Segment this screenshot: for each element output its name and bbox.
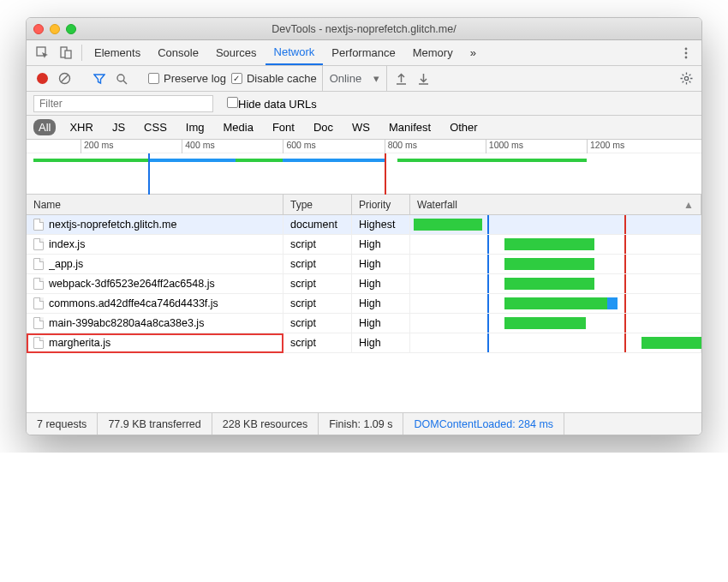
file-icon <box>33 297 44 309</box>
tab-memory[interactable]: Memory <box>404 40 462 65</box>
download-icon[interactable] <box>415 70 432 87</box>
svg-line-20 <box>682 81 683 83</box>
grid-header: Name Type Priority Waterfall▲ <box>27 195 701 215</box>
waterfall-cell <box>410 294 701 313</box>
status-transferred: 77.9 KB transferred <box>98 413 212 435</box>
preserve-log-checkbox[interactable]: Preserve log <box>148 72 226 85</box>
inspect-icon[interactable] <box>30 40 54 65</box>
chip-doc[interactable]: Doc <box>308 119 338 135</box>
request-type: document <box>283 215 352 234</box>
request-name: commons.ad42dffe4ca746d4433f.js <box>49 297 218 309</box>
search-icon[interactable] <box>113 70 130 87</box>
request-priority: High <box>352 294 410 313</box>
tab-sources[interactable]: Sources <box>207 40 266 65</box>
waterfall-cell <box>410 215 701 234</box>
zoom-icon[interactable] <box>66 24 76 34</box>
filter-input[interactable] <box>33 95 213 112</box>
chip-css[interactable]: CSS <box>139 119 172 135</box>
col-waterfall[interactable]: Waterfall▲ <box>410 195 701 214</box>
table-row[interactable]: webpack-3df6523e264ff2ac6548.jsscriptHig… <box>27 274 701 294</box>
request-priority: Highest <box>352 215 410 234</box>
tab-network[interactable]: Network <box>266 40 324 65</box>
hide-data-urls-checkbox[interactable]: Hide data URLs <box>227 97 317 111</box>
minimize-icon[interactable] <box>50 24 60 34</box>
request-type: script <box>283 274 352 293</box>
file-icon <box>33 258 44 270</box>
tick: 1200 ms <box>587 140 624 153</box>
request-type: script <box>283 314 352 333</box>
chip-xhr[interactable]: XHR <box>64 119 98 135</box>
chip-font[interactable]: Font <box>267 119 300 135</box>
table-row[interactable]: nextjs-noprefetch.glitch.medocumentHighe… <box>27 215 701 235</box>
svg-point-3 <box>685 47 688 50</box>
window-controls <box>33 24 76 34</box>
table-row[interactable]: _app.jsscriptHigh <box>27 255 701 274</box>
device-icon[interactable] <box>54 40 78 65</box>
chip-all[interactable]: All <box>33 119 56 135</box>
svg-point-4 <box>685 51 688 54</box>
record-button[interactable] <box>33 70 51 87</box>
network-toolbar: Preserve log ✓Disable cache Online ▾ <box>27 66 701 92</box>
file-icon <box>33 317 44 329</box>
request-type: script <box>283 255 352 273</box>
tab-overflow[interactable]: » <box>462 40 485 65</box>
kebab-icon[interactable] <box>674 40 698 65</box>
svg-point-5 <box>685 56 688 58</box>
status-finish: Finish: 1.09 s <box>319 413 403 435</box>
tick: 200 ms <box>81 140 113 153</box>
request-rows: nextjs-noprefetch.glitch.medocumentHighe… <box>27 215 701 412</box>
request-type: script <box>283 235 352 254</box>
table-row[interactable]: margherita.jsscriptHigh <box>27 333 701 353</box>
request-priority: High <box>352 235 410 254</box>
waterfall-cell <box>410 274 701 293</box>
chip-ws[interactable]: WS <box>347 119 375 135</box>
upload-icon[interactable] <box>392 70 409 87</box>
request-name: webpack-3df6523e264ff2ac6548.js <box>49 278 215 290</box>
tab-performance[interactable]: Performance <box>323 40 403 65</box>
throttling-value: Online <box>330 72 362 85</box>
timeline-overview[interactable]: 200 ms 400 ms 600 ms 800 ms 1000 ms 1200… <box>27 140 701 195</box>
request-name: nextjs-noprefetch.glitch.me <box>49 219 176 231</box>
svg-line-18 <box>689 81 690 83</box>
table-row[interactable]: main-399abc8280a4a8ca38e3.jsscriptHigh <box>27 314 701 333</box>
panel-tabs: Elements Console Sources Network Perform… <box>27 40 701 66</box>
col-name[interactable]: Name <box>27 195 283 214</box>
file-icon <box>33 238 44 250</box>
waterfall-cell <box>410 255 701 273</box>
status-requests: 7 requests <box>27 413 98 435</box>
gear-icon[interactable] <box>677 70 695 87</box>
chip-manifest[interactable]: Manifest <box>384 119 436 135</box>
preserve-log-label: Preserve log <box>164 72 226 85</box>
table-row[interactable]: index.jsscriptHigh <box>27 235 701 255</box>
hide-data-urls-label: Hide data URLs <box>238 98 317 111</box>
svg-point-8 <box>117 75 124 81</box>
status-dcl: DOMContentLoaded: 284 ms <box>403 413 564 435</box>
col-priority[interactable]: Priority <box>352 195 410 214</box>
clear-icon[interactable] <box>56 70 73 87</box>
window-title: DevTools - nextjs-noprefetch.glitch.me/ <box>27 23 701 35</box>
tab-console[interactable]: Console <box>149 40 207 65</box>
chip-media[interactable]: Media <box>218 119 258 135</box>
chip-other[interactable]: Other <box>445 119 483 135</box>
file-icon <box>33 219 44 231</box>
table-row[interactable]: commons.ad42dffe4ca746d4433f.jsscriptHig… <box>27 294 701 314</box>
disable-cache-label: Disable cache <box>247 72 317 85</box>
status-bar: 7 requests 77.9 KB transferred 228 KB re… <box>27 412 701 435</box>
request-priority: High <box>352 255 410 273</box>
chip-js[interactable]: JS <box>107 119 130 135</box>
chip-img[interactable]: Img <box>181 119 210 135</box>
tick: 800 ms <box>385 140 417 153</box>
disable-cache-checkbox[interactable]: ✓Disable cache <box>231 72 317 85</box>
col-type[interactable]: Type <box>283 195 352 214</box>
svg-line-17 <box>682 75 683 76</box>
close-icon[interactable] <box>33 24 44 34</box>
tab-elements[interactable]: Elements <box>86 40 149 65</box>
filter-icon[interactable] <box>91 70 108 87</box>
throttling-select[interactable]: Online ▾ <box>322 66 388 91</box>
type-filter-bar: All XHR JS CSS Img Media Font Doc WS Man… <box>27 116 701 140</box>
titlebar: DevTools - nextjs-noprefetch.glitch.me/ <box>27 18 701 40</box>
tick: 1000 ms <box>486 140 523 153</box>
devtools-window: DevTools - nextjs-noprefetch.glitch.me/ … <box>26 17 702 435</box>
waterfall-cell <box>410 314 701 333</box>
sort-icon: ▲ <box>683 199 694 211</box>
